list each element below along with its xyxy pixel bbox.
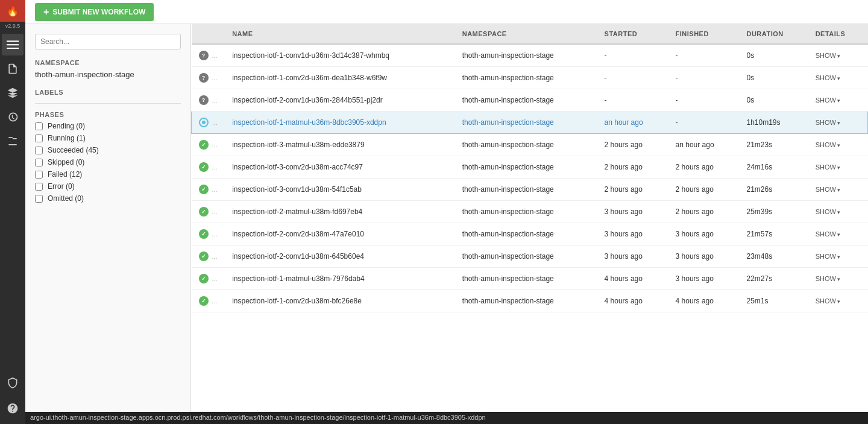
- phase-checkbox-0[interactable]: [35, 122, 43, 130]
- row-finished: 2 hours ago: [668, 156, 740, 179]
- main-content: + SUBMIT NEW WORKFLOW NAMESPACE thoth-am…: [25, 0, 868, 424]
- show-button[interactable]: SHOW▾: [816, 163, 840, 171]
- phase-checkbox-3[interactable]: [35, 159, 43, 166]
- status-bar: argo-ui.thoth-amun-inspection-stage.apps…: [25, 412, 868, 424]
- row-details[interactable]: SHOW▾: [808, 268, 868, 290]
- row-namespace: thoth-amun-inspection-stage: [455, 67, 597, 89]
- submit-workflow-button[interactable]: + SUBMIT NEW WORKFLOW: [35, 3, 154, 21]
- show-button[interactable]: SHOW▾: [816, 253, 840, 260]
- status-cell: ...: [192, 290, 225, 312]
- table-row[interactable]: ...inspection-iotf-1-matmul-u38m-7976dab…: [192, 268, 868, 290]
- status-icon-running: [199, 118, 209, 127]
- app-logo[interactable]: 🔥: [0, 0, 25, 22]
- status-cell: ...: [192, 268, 225, 290]
- sidebar-item-menu[interactable]: [2, 34, 24, 55]
- show-button[interactable]: SHOW▾: [816, 275, 840, 282]
- phase-checkbox-item[interactable]: Failed (12): [35, 170, 181, 179]
- phase-checkbox-item[interactable]: Pending (0): [35, 122, 181, 130]
- status-cell: ...: [192, 112, 225, 134]
- phase-checkbox-6[interactable]: [35, 195, 43, 203]
- show-button[interactable]: SHOW▾: [816, 208, 840, 215]
- row-finished: 3 hours ago: [668, 223, 740, 245]
- table-row[interactable]: ...inspection-iotf-3-conv1d-u38m-54f1c5a…: [192, 179, 868, 201]
- row-started: -: [597, 89, 668, 112]
- status-icon-pending: [199, 73, 209, 83]
- show-button[interactable]: SHOW▾: [816, 141, 840, 148]
- row-namespace[interactable]: thoth-amun-inspection-stage: [455, 112, 597, 134]
- row-details[interactable]: SHOW▾: [808, 156, 868, 179]
- col-name: [192, 24, 225, 44]
- dropdown-arrow-icon: ▾: [837, 165, 840, 171]
- row-details[interactable]: SHOW▾: [808, 134, 868, 156]
- sidebar-item-files[interactable]: [2, 130, 24, 152]
- show-button[interactable]: SHOW▾: [816, 186, 840, 193]
- show-button[interactable]: SHOW▾: [816, 97, 840, 104]
- table-row[interactable]: ...inspection-iotf-3-conv2d-u38m-acc74c9…: [192, 156, 868, 179]
- status-icon-pending: [199, 95, 209, 105]
- row-details[interactable]: SHOW▾: [808, 89, 868, 112]
- left-panel: NAMESPACE thoth-amun-inspection-stage LA…: [25, 24, 191, 412]
- row-details[interactable]: SHOW▾: [808, 179, 868, 201]
- table-row[interactable]: ...inspection-iotf-2-conv2d-u38m-47a7e01…: [192, 223, 868, 245]
- search-input[interactable]: [35, 34, 181, 49]
- status-icon-succeeded: [199, 296, 209, 306]
- row-details[interactable]: SHOW▾: [808, 290, 868, 312]
- table-row[interactable]: ...inspection-iotf-2-matmul-u38m-fd697eb…: [192, 201, 868, 223]
- show-button[interactable]: SHOW▾: [816, 230, 840, 238]
- sidebar-item-document[interactable]: [2, 58, 24, 80]
- row-details[interactable]: SHOW▾: [808, 201, 868, 223]
- row-details[interactable]: SHOW▾: [808, 245, 868, 268]
- phase-checkbox-5[interactable]: [35, 183, 43, 191]
- row-dots: ...: [212, 141, 218, 148]
- sidebar-item-history[interactable]: [2, 106, 24, 128]
- show-button[interactable]: SHOW▾: [816, 52, 840, 59]
- sidebar-item-layers[interactable]: [2, 82, 24, 104]
- phase-checkbox-2[interactable]: [35, 147, 43, 154]
- row-namespace: thoth-amun-inspection-stage: [455, 290, 597, 312]
- namespace-link[interactable]: thoth-amun-inspection-stage: [462, 118, 554, 127]
- svg-rect-0: [7, 40, 19, 42]
- show-button[interactable]: SHOW▾: [816, 74, 840, 81]
- row-details[interactable]: SHOW▾: [808, 223, 868, 245]
- dropdown-arrow-icon: ▾: [837, 142, 840, 148]
- status-icon-succeeded: [199, 207, 209, 217]
- table-row[interactable]: ...inspection-iotf-1-conv1d-u36m-3d14c38…: [192, 44, 868, 67]
- row-namespace: thoth-amun-inspection-stage: [455, 201, 597, 223]
- row-dots: ...: [212, 74, 218, 81]
- status-icon-succeeded: [199, 162, 209, 172]
- row-details[interactable]: SHOW▾: [808, 44, 868, 67]
- table-row[interactable]: ...inspection-iotf-2-conv1d-u38m-645b60e…: [192, 245, 868, 268]
- submit-button-label: SUBMIT NEW WORKFLOW: [52, 8, 145, 16]
- show-button[interactable]: SHOW▾: [816, 297, 840, 305]
- row-details[interactable]: SHOW▾: [808, 67, 868, 89]
- table-row[interactable]: ...inspection-iotf-3-matmul-u38m-edde387…: [192, 134, 868, 156]
- phase-checkbox-4[interactable]: [35, 171, 43, 179]
- dropdown-arrow-icon: ▾: [837, 120, 840, 126]
- row-name[interactable]: inspection-iotf-1-matmul-u36m-8dbc3905-x…: [225, 112, 455, 134]
- plus-icon: +: [43, 7, 49, 17]
- phase-checkbox-item[interactable]: Succeeded (45): [35, 146, 181, 154]
- phase-checkbox-item[interactable]: Running (1): [35, 134, 181, 142]
- show-button[interactable]: SHOW▾: [816, 119, 840, 126]
- workflow-name-link[interactable]: inspection-iotf-1-matmul-u36m-8dbc3905-x…: [232, 118, 386, 127]
- sidebar-item-help[interactable]: [2, 397, 24, 419]
- phase-checkbox-item[interactable]: Skipped (0): [35, 158, 181, 166]
- row-name: inspection-iotf-2-conv1d-u36m-2844b551-p…: [225, 89, 455, 112]
- table-row[interactable]: ...inspection-iotf-1-matmul-u36m-8dbc390…: [192, 112, 868, 134]
- status-cell: ...: [192, 179, 225, 201]
- row-details[interactable]: SHOW▾: [808, 112, 868, 134]
- phase-checkbox-item[interactable]: Omitted (0): [35, 194, 181, 203]
- phase-checkbox-item[interactable]: Error (0): [35, 182, 181, 191]
- table-row[interactable]: ...inspection-iotf-1-conv2d-u36m-dea1b34…: [192, 67, 868, 89]
- row-name: inspection-iotf-3-conv2d-u38m-acc74c97: [225, 156, 455, 179]
- row-duration: 21m57s: [739, 223, 808, 245]
- status-cell: ...: [192, 201, 225, 223]
- phase-checkbox-1[interactable]: [35, 134, 43, 142]
- row-started: 2 hours ago: [597, 134, 668, 156]
- col-details: DETAILS: [808, 24, 868, 44]
- labels-label: LABELS: [35, 89, 181, 96]
- sidebar-item-shield[interactable]: [2, 372, 24, 394]
- table-row[interactable]: ...inspection-iotf-1-conv2d-u38m-bfc26e8…: [192, 290, 868, 312]
- row-started: 4 hours ago: [597, 290, 668, 312]
- table-row[interactable]: ...inspection-iotf-2-conv1d-u36m-2844b55…: [192, 89, 868, 112]
